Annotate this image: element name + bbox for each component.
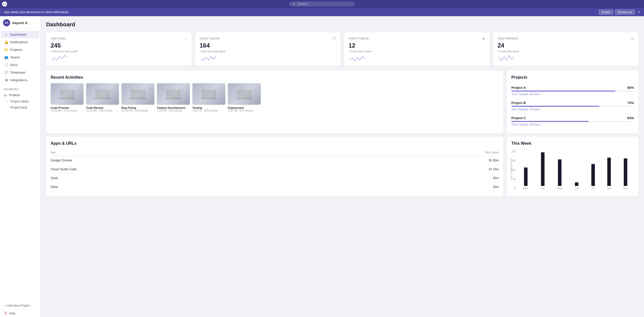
right-column: Projects Project A 85% Time Tracked: 40 … xyxy=(507,71,638,133)
favorites-label: FAVORITES xyxy=(0,86,40,92)
stat-icon-active-projects: ◈ xyxy=(482,36,485,40)
activity-meta-code-preview: 10:00 AM - 41% Activity xyxy=(51,109,84,112)
progress-fill-project-c xyxy=(511,121,589,122)
activity-item-bug-fixing[interactable]: Bug Fixing 12:00 PM - 26% Activity xyxy=(122,83,154,112)
svg-rect-9 xyxy=(132,90,145,97)
sidebar: AS Aayush S. ⌂ Dashboard 🔔 Notifications… xyxy=(0,16,41,317)
add-new-project[interactable]: + Add New Project xyxy=(1,302,39,309)
search-bar[interactable]: 🔍 xyxy=(289,2,355,7)
projects-card: Projects Project A 85% Time Tracked: 40 … xyxy=(507,71,638,133)
sidebar-item-projects[interactable]: 📁 Projects xyxy=(1,46,39,53)
activity-name-feature-dev: Feature Development xyxy=(157,106,190,109)
search-input[interactable] xyxy=(298,2,348,6)
projects-list: Project A 85% Time Tracked: 40 hours Pro… xyxy=(511,83,634,129)
activity-meta-deployment: 3:00 PM - 62% Activity xyxy=(228,109,261,112)
svg-rect-13 xyxy=(167,90,180,97)
bar-fill-Tue xyxy=(541,152,545,186)
sidebar-item-teams[interactable]: 👥 Teams xyxy=(1,54,39,61)
svg-rect-7 xyxy=(100,98,105,99)
nav-label-timesheet: Timesheet xyxy=(10,71,25,74)
svg-rect-17 xyxy=(203,90,215,97)
week-chart: MonTueWedThuFriSatSun xyxy=(517,149,634,190)
fav-projects-label: Projects xyxy=(9,93,20,97)
app-row-chrome: Google Chrome 2h 30m xyxy=(51,156,499,165)
y-axis-label-value: 320 xyxy=(511,150,516,153)
add-project-label: + Add New Project xyxy=(5,304,30,307)
progress-bg-project-a xyxy=(511,91,634,92)
app-row-other: Other 30m xyxy=(51,183,499,192)
this-week-card: This Week 320240160800 Time Tracked (hou… xyxy=(507,137,638,196)
stat-label-total-tasks: Total Tasks xyxy=(51,37,66,40)
app-time-other: 30m xyxy=(493,185,499,189)
bar-label-Sun: Sun xyxy=(623,187,628,190)
help-icon: ❓ xyxy=(4,312,7,315)
nav-label-integrations: Integrations xyxy=(10,78,27,82)
chart-bar-Mon: Mon xyxy=(523,167,528,190)
stat-icon-hours-tracked: ⏱ xyxy=(332,36,336,40)
chart-bar-Fri: Fri xyxy=(591,164,595,190)
svg-rect-19 xyxy=(206,98,212,99)
favorites-projects[interactable]: 🗂 Projects − xyxy=(0,92,40,98)
bar-label-Tue: Tue xyxy=(540,187,545,190)
sidebar-item-project-alpha[interactable]: + Project Alpha xyxy=(0,98,40,104)
activity-item-feature-dev[interactable]: Feature Development 1:00 PM - 51% Activi… xyxy=(157,83,190,112)
sidebar-item-notifications[interactable]: 🔔 Notifications xyxy=(1,38,39,46)
bar-label-Thu: Thu xyxy=(575,187,579,190)
laptop-svg-code-review xyxy=(94,88,111,100)
activity-name-code-review: Code Review xyxy=(86,106,119,109)
sidebar-item-timesheet[interactable]: 🕐 Timesheet xyxy=(1,69,39,76)
progress-bg-project-b xyxy=(511,106,634,107)
svg-rect-21 xyxy=(238,90,251,97)
bar-label-Mon: Mon xyxy=(523,187,528,190)
stat-cards: Total Tasks ○ 245 +20% from last month H… xyxy=(46,32,638,66)
activity-thumb-testing xyxy=(192,83,225,105)
apps-col-time: Time Spent xyxy=(485,151,499,154)
activity-name-code-preview: Code Preview xyxy=(51,106,84,109)
bar-fill-Mon xyxy=(524,167,528,186)
clock-icon: 🕐 xyxy=(5,71,8,74)
bar-label-Fri: Fri xyxy=(592,187,595,190)
stat-value-hours-tracked: 164 xyxy=(200,42,336,49)
apps-urls-card: Apps & URLs App Time Spent Google Chrome… xyxy=(46,137,503,196)
chart-bar-Thu: Thu xyxy=(575,182,579,190)
svg-rect-15 xyxy=(171,98,176,99)
notification-banner: App needs your permission to send notifi… xyxy=(0,8,644,16)
sidebar-item-project-beta[interactable]: + Project Beta xyxy=(0,104,40,111)
bar-fill-Fri xyxy=(591,164,595,186)
activity-item-testing[interactable]: Testing 2:00 PM - 28% Activity xyxy=(192,83,225,112)
mini-chart-total-tasks xyxy=(51,53,71,62)
sidebar-item-dashboard[interactable]: ⌂ Dashboard xyxy=(1,31,39,38)
activity-item-code-review[interactable]: Code Review 11:00 AM - 33% Activity xyxy=(86,83,119,112)
banner-close-button[interactable]: × xyxy=(638,10,640,14)
doc-icon: 📄 xyxy=(5,63,8,67)
project-pct-project-c: 63% xyxy=(627,116,634,120)
remind-me-button[interactable]: Remind me xyxy=(615,10,635,15)
project-alpha-label: Project Alpha xyxy=(11,100,29,103)
enable-button[interactable]: Enable xyxy=(599,10,613,15)
activity-item-deployment[interactable]: Deployment 3:00 PM - 62% Activity xyxy=(228,83,261,112)
stat-value-team-members: 24 xyxy=(498,42,634,49)
svg-rect-1 xyxy=(61,90,74,97)
app-name-chrome: Google Chrome xyxy=(51,159,72,162)
stat-change-active-projects: +2 new this month xyxy=(349,50,485,53)
collapse-icon: − xyxy=(35,94,37,97)
main-content: Dashboard Total Tasks ○ 245 +20% from la… xyxy=(41,16,644,317)
y-axis-label-value: 80 xyxy=(513,178,516,181)
help-item[interactable]: ❓ Help xyxy=(0,310,40,317)
activity-item-code-preview[interactable]: Code Preview 10:00 AM - 41% Activity xyxy=(51,83,84,112)
app-time-chrome: 2h 30m xyxy=(489,159,499,162)
help-label: Help xyxy=(9,312,15,315)
stat-change-team-members: +4 new this week xyxy=(498,50,634,53)
chart-bar-Sun: Sun xyxy=(623,158,628,190)
bar-label-Sat: Sat xyxy=(607,187,611,190)
recent-activities-card: Recent Activities Code Preview 10:00 AM … xyxy=(46,71,503,133)
sidebar-item-docs[interactable]: 📄 Docs xyxy=(1,61,39,69)
activities-grid: Code Preview 10:00 AM - 41% Activity Cod… xyxy=(51,83,499,112)
project-pct-project-b: 72% xyxy=(627,101,634,105)
sidebar-item-integrations[interactable]: ⊞ Integrations xyxy=(1,76,39,84)
stat-card-hours-tracked: Hours Tracked ⏱ 164 +12% from last week xyxy=(195,32,341,66)
progress-fill-project-b xyxy=(511,106,599,107)
chart-area: Time Tracked (hours) MonTueWedThuFriSatS… xyxy=(517,149,634,190)
nav-list: ⌂ Dashboard 🔔 Notifications 📁 Projects 👥… xyxy=(0,29,40,86)
y-axis-label: Time Tracked (hours) xyxy=(510,159,513,180)
